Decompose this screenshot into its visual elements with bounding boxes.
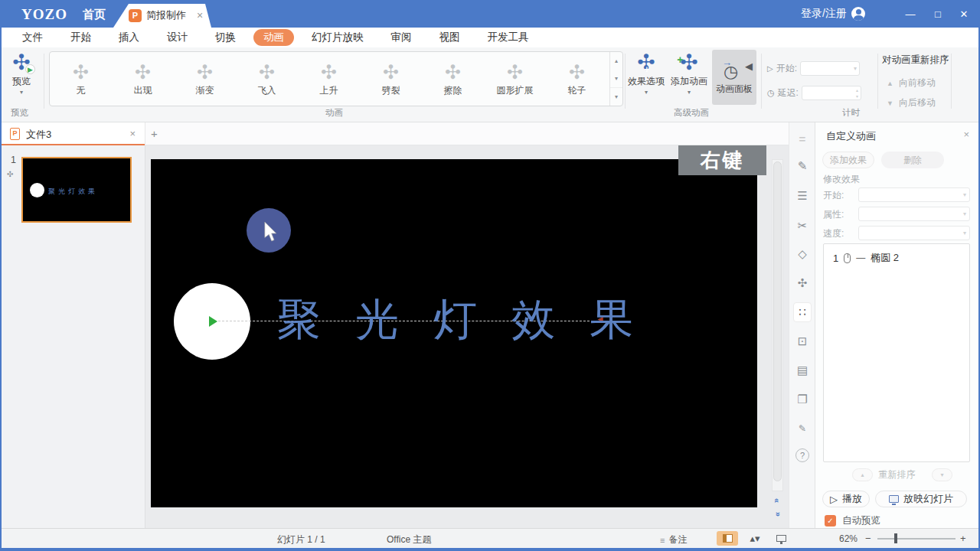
motion-path-start-icon[interactable] [209,316,217,327]
effect-options-button[interactable]: ✣ + 效果选项 ▾ [626,51,666,96]
pinwheel-icon: ✣ [445,61,461,83]
spinner-icon: ▴▾ [856,87,858,99]
animation-list-item[interactable]: 1 — 椭圆 2 [833,251,899,265]
compose-icon[interactable]: ✎ [793,419,812,439]
start-select[interactable]: ▾ [858,187,970,202]
reorder-down-button[interactable]: ▾ [932,468,952,481]
presentation-app-icon: P [129,9,142,22]
move-forward-button[interactable]: ▲ 向前移动 [887,77,936,90]
slide-title-text[interactable]: 聚光灯效果 [277,295,668,344]
pinwheel-animation-icon[interactable]: ✣ [793,273,812,293]
cut-tools-icon[interactable]: ✂ [793,216,812,236]
gallery-item-fly-in[interactable]: ✣ 飞入 [236,52,298,106]
menu-home[interactable]: 开始 [60,29,101,46]
slide-surface[interactable]: ◄ 聚光灯效果 [151,159,757,507]
speed-select[interactable]: ▾ [858,226,970,240]
shapes-grid-icon[interactable]: ∷ [793,302,812,322]
file-tab[interactable]: P 文件3 × [0,122,145,145]
animation-list: 1 — 椭圆 2 [823,243,970,462]
gallery-more-icon[interactable]: ▾ [610,87,622,106]
slide-thumbnail[interactable]: 聚光灯效果 [21,157,132,223]
menu-insert[interactable]: 插入 [109,29,149,46]
canvas-scrollbar[interactable] [772,159,783,491]
image-export-icon[interactable]: ⊡ [793,331,812,351]
new-document-button[interactable]: + [151,127,158,140]
menu-review[interactable]: 审阅 [381,29,422,46]
clip-tag-icon[interactable]: ◇ [793,244,812,264]
gallery-item-appear[interactable]: ✣ 出现 [112,52,174,106]
drag-handle-icon[interactable]: = [793,129,812,148]
home-tab[interactable]: 首页 [83,8,106,22]
gallery-item-circle-expand[interactable]: ✣ 圆形扩展 [484,52,546,106]
animation-indicator-icon[interactable]: ✣ [7,170,13,178]
auto-preview-option[interactable]: ✓ 自动预览 [825,514,880,527]
menu-view[interactable]: 视图 [430,29,470,46]
help-icon[interactable]: ? [795,448,809,462]
adjust-sliders-icon[interactable]: ☰ [793,186,812,206]
chevron-down-icon: ▾ [20,89,23,96]
gallery-scroll-up-icon[interactable]: ▴ [610,52,622,70]
panel-close-icon[interactable]: × [963,129,969,140]
property-select[interactable]: ▾ [858,207,970,221]
normal-view-button[interactable] [717,531,738,546]
copy-pages-icon[interactable]: ❐ [793,390,812,409]
zoom-in-button[interactable]: + [960,533,966,544]
pen-icon[interactable]: ✎ [793,156,812,176]
gallery-item-split[interactable]: ✣ 劈裂 [360,52,422,106]
checked-checkbox-icon[interactable]: ✓ [825,515,836,527]
gallery-scroll-down-icon[interactable]: ▾ [610,70,622,87]
menu-developer[interactable]: 开发工具 [478,29,539,46]
gallery-item-wheel[interactable]: ✣ 轮子 [546,52,608,106]
login-register-link[interactable]: 登录/注册 [801,7,865,21]
chevron-down-icon: ▾ [854,65,857,72]
file-tab-close-icon[interactable]: × [129,128,136,139]
next-slide-button[interactable]: « [772,508,783,520]
slide-number: 1 [11,155,16,165]
menu-slideshow[interactable]: 幻灯片放映 [302,29,374,46]
add-effect-button[interactable]: 添加效果 [822,152,874,168]
slideshow-view-button[interactable] [770,531,792,546]
gallery-item-none[interactable]: ✣ 无 [50,52,112,106]
gallery-item-rise[interactable]: ✣ 上升 [298,52,360,106]
slideshow-button[interactable]: 放映幻灯片 [875,491,967,507]
delay-spinner[interactable]: ▴▾ [802,86,861,100]
previous-slide-button[interactable]: « [772,494,783,507]
pinwheel-icon: ✣ [507,61,523,83]
document-tab-close-icon[interactable]: × [197,9,203,21]
delete-button[interactable]: 删除 [881,152,944,168]
preview-button[interactable]: ✣ ▶ 预览 ▾ [3,51,40,96]
play-button[interactable]: ▷ 播放 [822,491,870,507]
group-label-animation: 动画 [325,107,343,119]
menu-animations[interactable]: 动画 [253,29,294,46]
delay-label: 延迟: [778,86,799,99]
window-close-button[interactable]: ✕ [952,5,975,23]
titlebar: YOZO 首页 P 简报制作 × 登录/注册 — □ ✕ [0,0,980,28]
theme-name[interactable]: Office 主题 [387,533,431,546]
start-dropdown[interactable]: ▾ [800,61,860,76]
menu-design[interactable]: 设计 [157,29,198,46]
notebook-icon[interactable]: ▤ [793,360,812,380]
move-backward-button[interactable]: ▼ 向后移动 [887,96,936,109]
panel-title: 自定义动画 [826,129,876,143]
menu-file[interactable]: 文件 [12,29,53,46]
pinwheel-icon: ✣ [197,61,213,83]
menu-transitions[interactable]: 切换 [205,29,246,46]
delay-clock-icon: ◷ [767,88,775,98]
canvas-scrollbar-thumb[interactable] [773,161,782,481]
pinwheel-icon: ✣ + [680,51,697,74]
slide-sorter-view-button[interactable]: ▴▾ [744,531,766,546]
animation-panel-button[interactable]: → ◷ ◀ 动画面板 [712,50,756,105]
add-animation-button[interactable]: ✣ + 添加动画 ▾ [669,51,709,96]
zoom-slider-track[interactable] [877,538,956,540]
zoom-out-button[interactable]: − [865,533,871,544]
window-maximize-button[interactable]: □ [926,5,949,23]
gallery-item-fade[interactable]: ✣ 渐变 [174,52,236,106]
file-tab-label: 文件3 [26,128,51,142]
gallery-item-wipe[interactable]: ✣ 擦除 [422,52,484,106]
property-row-label: 属性: [823,208,844,221]
notes-button[interactable]: ≡ 备注 [660,533,687,546]
zoom-slider-handle[interactable] [894,533,897,543]
start-play-icon: ▷ [767,64,773,73]
side-toolbar: = ✎ ☰ ✂ ◇ ✣ ∷ ⊡ ▤ ❐ ✎ ? [789,122,815,528]
window-minimize-button[interactable]: — [899,5,922,23]
